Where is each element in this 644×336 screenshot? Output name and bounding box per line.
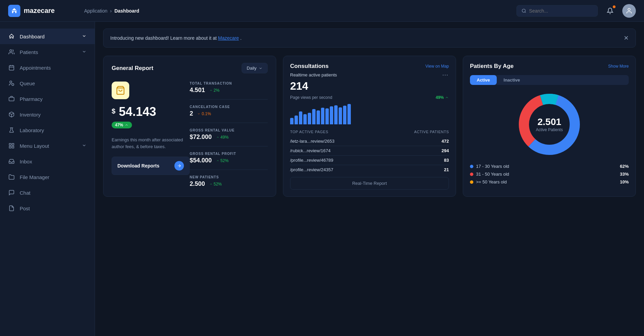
bar [299, 111, 302, 124]
bar [334, 105, 338, 124]
sidebar-item-chat[interactable]: Chat [0, 185, 95, 200]
active-pages-list: /letz-lara...review/2653472/rubick...rev… [290, 137, 449, 174]
sidebar-label-menu-layout: Menu Layout [20, 143, 49, 149]
page-views-row: Page views per second 49% [290, 95, 449, 100]
trend-badge: 47% [112, 122, 132, 128]
legend-dot [470, 173, 473, 176]
logo-area: mazecare [8, 5, 76, 17]
general-report-title: General Report [112, 65, 153, 72]
donut-center: 2.501 Active Patients [536, 117, 563, 132]
sidebar-item-file-manager[interactable]: File Manager [0, 169, 95, 185]
sidebar-label-inventory: Inventory [20, 112, 41, 118]
page-url: /rubick...review/1674 [290, 148, 330, 153]
sidebar-item-patients[interactable]: Patients [0, 44, 95, 60]
notifications-button[interactable] [603, 4, 617, 18]
view-on-map-link[interactable]: View on Map [425, 64, 449, 69]
stat-gross-rental-value: GROSS RENTAL VALUE $72.000 49% [190, 128, 268, 141]
notification-badge [613, 5, 615, 8]
breadcrumb-parent[interactable]: Application [84, 8, 108, 14]
active-pages-header: TOP ACTIVE PAGES ACTIVE PATIENTS [290, 130, 449, 134]
realtime-label: Realtime active patients ⋯ [290, 71, 449, 78]
banner-link[interactable]: Mazecare [218, 35, 239, 41]
home-icon [8, 33, 15, 40]
stats-column: TOTAL TRANSACTION 4.501 2% [190, 82, 268, 188]
big-amount: $ 54.143 [112, 105, 190, 119]
svg-rect-6 [9, 98, 14, 101]
svg-rect-7 [9, 143, 11, 145]
active-page-row: /letz-lara...review/2653472 [290, 137, 449, 146]
sidebar-label-pharmacy: Pharmacy [20, 96, 43, 102]
chevron-down-icon [82, 49, 87, 55]
box-icon [8, 111, 15, 118]
sidebar-item-inventory[interactable]: Inventory [0, 107, 95, 122]
sidebar-label-dashboard: Dashboard [20, 34, 44, 39]
sidebar-item-post[interactable]: Post [0, 200, 95, 216]
user-avatar[interactable] [622, 4, 636, 18]
info-banner: Introducing new dashboard! Learn more ab… [103, 29, 636, 48]
bar [321, 108, 324, 124]
breadcrumb: Application › Dashboard [84, 8, 139, 14]
general-report-card: General Report Daily $ 54.143 [103, 56, 276, 197]
patients-by-age-title: Patients By Age [470, 63, 514, 70]
tab-inactive[interactable]: Inactive [497, 75, 527, 85]
daily-dropdown[interactable]: Daily [242, 63, 268, 73]
sidebar-item-laboratory[interactable]: Laboratory [0, 122, 95, 138]
sidebar-item-menu-layout[interactable]: Menu Layout [0, 138, 95, 154]
nav-right [516, 4, 636, 18]
patients-by-age-card: Patients By Age Show More Active Inactiv… [463, 56, 636, 197]
svg-point-5 [12, 84, 14, 86]
tab-active[interactable]: Active [470, 75, 497, 85]
bar [317, 110, 320, 124]
logo-icon [8, 5, 20, 17]
file-icon [8, 174, 15, 180]
legend-dot [470, 180, 473, 184]
sidebar-label-file-manager: File Manager [20, 174, 50, 180]
svg-rect-8 [12, 143, 14, 145]
donut-number: 2.501 [536, 117, 563, 127]
stat-total-transaction: TOTAL TRANSACTION 4.501 2% [190, 82, 268, 94]
svg-rect-3 [9, 66, 14, 70]
active-page-row: /profile...review/4678983 [290, 156, 449, 165]
search-box[interactable] [516, 5, 598, 17]
sidebar-item-queue[interactable]: Queue [0, 75, 95, 91]
users-icon [8, 49, 15, 55]
active-page-row: /rubick...review/1674294 [290, 146, 449, 156]
page-count: 21 [444, 167, 449, 172]
sidebar-label-post: Post [20, 206, 30, 211]
patients-by-age-header: Patients By Age Show More [470, 63, 629, 70]
show-more-link[interactable]: Show More [608, 64, 629, 69]
legend-label: 17 - 30 Years old [476, 164, 509, 169]
active-page-row: /profile...review/2435721 [290, 165, 449, 174]
page-url: /profile...review/46789 [290, 158, 333, 163]
legend-percent: 62% [620, 164, 629, 169]
search-input[interactable] [529, 8, 593, 14]
calendar-icon [8, 64, 15, 71]
svg-point-1 [628, 8, 630, 11]
sidebar-item-dashboard[interactable]: Dashboard [0, 29, 95, 44]
bar [295, 116, 298, 124]
sidebar-item-appointments[interactable]: Appointments [0, 60, 95, 75]
sidebar-label-appointments: Appointments [20, 65, 51, 71]
banner-close-button[interactable]: ✕ [624, 34, 629, 42]
legend-item: 31 - 50 Years old 33% [470, 172, 629, 177]
app-name: mazecare [24, 7, 55, 15]
page-count: 83 [444, 158, 449, 163]
arrow-circle-icon [174, 161, 184, 171]
consultations-title: Consultations [290, 63, 328, 70]
dashboard-sections: General Report Daily $ 54.143 [103, 56, 636, 197]
sidebar-item-inbox[interactable]: Inbox [0, 154, 95, 169]
legend-item: >= 50 Years old 10% [470, 179, 629, 184]
download-reports-button[interactable]: Download Reports [112, 157, 190, 175]
svg-point-2 [10, 50, 12, 52]
queue-icon [8, 80, 15, 87]
stat-new-patients: NEW PATIENTS 2.500 52% [190, 175, 268, 188]
bar [290, 118, 293, 124]
sidebar-item-pharmacy[interactable]: Pharmacy [0, 91, 95, 107]
active-inactive-tabs: Active Inactive [470, 75, 629, 85]
page-count: 472 [441, 139, 449, 144]
donut-chart: 2.501 Active Patients [470, 90, 629, 158]
bar-chart [290, 104, 449, 124]
dots-menu-icon[interactable]: ⋯ [442, 71, 449, 78]
chat-icon [8, 189, 15, 196]
realtime-report-button[interactable]: Real-Time Report [290, 177, 449, 190]
